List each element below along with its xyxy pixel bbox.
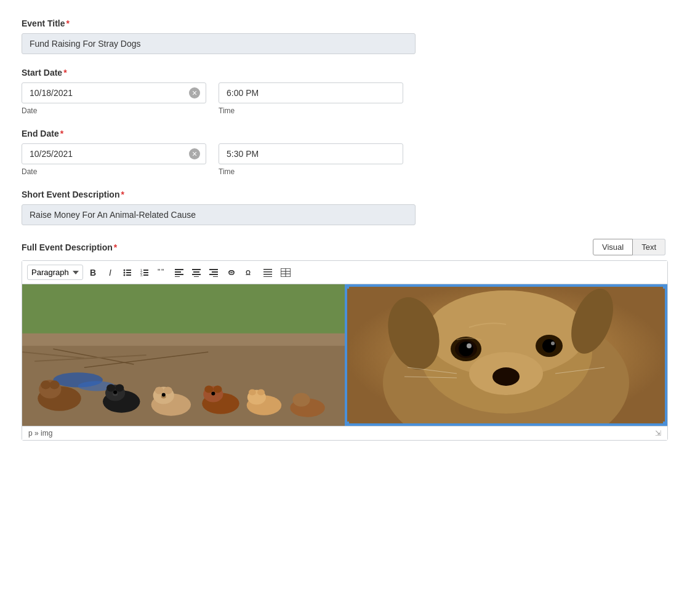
start-date-wrapper: Date: [22, 82, 206, 115]
start-date-clear-button[interactable]: [189, 87, 200, 98]
svg-rect-28: [263, 269, 272, 270]
event-title-section: Event Title*: [22, 18, 665, 54]
svg-text:Ω: Ω: [246, 270, 251, 276]
svg-rect-5: [126, 274, 131, 276]
svg-text:": ": [161, 268, 164, 276]
svg-rect-23: [212, 271, 218, 273]
full-desc-label: Full Event Description*: [22, 242, 117, 252]
special-char-icon: Ω: [245, 268, 255, 277]
end-date-sub-label: Date: [22, 167, 206, 176]
format-select[interactable]: Paragraph: [27, 265, 83, 280]
puppies-group-image: [22, 284, 345, 426]
editor-breadcrumb: p » img: [28, 429, 52, 438]
svg-point-70: [162, 393, 166, 396]
end-date-section: End Date* Date Time: [22, 129, 665, 176]
end-date-wrapper: Date: [22, 143, 206, 176]
full-desc-section: Full Event Description* Visual Text Para…: [22, 239, 665, 441]
align-left-button[interactable]: [172, 265, 187, 280]
end-time-sub-label: Time: [219, 167, 403, 176]
start-date-label-text: Start Date: [22, 68, 62, 78]
svg-point-47: [41, 380, 50, 389]
svg-rect-7: [143, 270, 148, 271]
svg-rect-3: [126, 272, 131, 273]
align-center-button[interactable]: [189, 265, 204, 280]
start-date-input-container: [22, 82, 206, 103]
svg-rect-9: [143, 272, 148, 273]
svg-point-48: [49, 380, 59, 389]
svg-rect-24: [209, 274, 218, 275]
svg-point-52: [115, 384, 124, 391]
svg-rect-30: [263, 274, 272, 275]
short-desc-label-text: Short Event Description: [22, 190, 119, 199]
svg-rect-19: [193, 271, 199, 273]
horizontal-rule-button[interactable]: [260, 265, 275, 280]
selection-handle-tl: [345, 284, 349, 289]
svg-rect-31: [263, 276, 272, 277]
svg-text:3.: 3.: [140, 273, 143, 277]
required-star-end: *: [60, 129, 63, 138]
required-star-start: *: [63, 68, 66, 78]
svg-rect-17: [175, 276, 180, 277]
end-date-input[interactable]: [22, 143, 206, 164]
editor-content[interactable]: [22, 284, 667, 426]
svg-point-4: [124, 274, 126, 276]
start-time-wrapper: Time: [219, 82, 403, 115]
start-date-sub-label: Date: [22, 106, 206, 115]
visual-tab-button[interactable]: Visual: [593, 239, 633, 255]
svg-point-62: [213, 385, 222, 393]
svg-point-82: [467, 343, 472, 348]
unordered-list-button[interactable]: [120, 265, 135, 280]
link-icon: [227, 268, 236, 277]
end-time-input[interactable]: [219, 143, 403, 164]
selection-handle-tr: [663, 284, 667, 289]
italic-icon: I: [109, 268, 111, 278]
start-date-input[interactable]: [22, 82, 206, 103]
event-title-label: Event Title*: [22, 18, 665, 28]
text-tab-button[interactable]: Text: [633, 239, 665, 255]
table-icon: [281, 268, 291, 277]
svg-rect-29: [263, 271, 272, 273]
svg-point-2: [124, 271, 126, 273]
bold-icon: B: [90, 268, 96, 278]
resize-handle-icon[interactable]: ⇲: [655, 429, 661, 438]
end-date-clear-button[interactable]: [189, 148, 200, 159]
table-button[interactable]: [278, 265, 294, 280]
blockquote-button[interactable]: " ": [155, 265, 169, 280]
required-star-desc: *: [121, 190, 124, 199]
end-date-label: End Date*: [22, 129, 665, 138]
svg-point-56: [155, 386, 164, 394]
svg-point-81: [459, 342, 473, 356]
end-date-time-row: Date Time: [22, 143, 665, 176]
svg-text:": ": [158, 268, 160, 276]
align-center-icon: [192, 268, 201, 277]
blockquote-icon: " ": [158, 268, 166, 277]
dog-closeup-image: [345, 284, 667, 426]
end-date-label-text: End Date: [22, 129, 59, 138]
event-title-label-text: Event Title: [22, 18, 65, 28]
short-desc-label: Short Event Description*: [22, 190, 665, 199]
svg-rect-15: [175, 271, 181, 273]
editor-statusbar: p » img ⇲: [22, 426, 667, 440]
svg-point-66: [257, 389, 265, 395]
bold-button[interactable]: B: [86, 265, 100, 280]
ordered-list-button[interactable]: 1. 2. 3.: [137, 265, 152, 280]
svg-point-61: [204, 385, 213, 393]
start-time-input[interactable]: [219, 82, 403, 103]
special-char-button[interactable]: Ω: [242, 265, 258, 280]
required-star: *: [66, 18, 70, 28]
svg-rect-22: [209, 269, 218, 270]
end-date-input-container: [22, 143, 206, 164]
align-right-icon: [209, 268, 218, 277]
link-button[interactable]: [223, 265, 239, 280]
svg-point-57: [164, 386, 172, 394]
svg-point-0: [124, 269, 126, 271]
svg-rect-20: [192, 274, 201, 275]
svg-rect-25: [213, 276, 218, 277]
short-desc-input[interactable]: [22, 204, 416, 225]
italic-button[interactable]: I: [103, 265, 118, 280]
svg-point-51: [106, 384, 115, 391]
editor-container: Paragraph B I 1.: [22, 260, 668, 441]
event-title-input[interactable]: [22, 33, 416, 54]
align-right-button[interactable]: [206, 265, 221, 280]
editor-toolbar: Paragraph B I 1.: [22, 261, 667, 284]
